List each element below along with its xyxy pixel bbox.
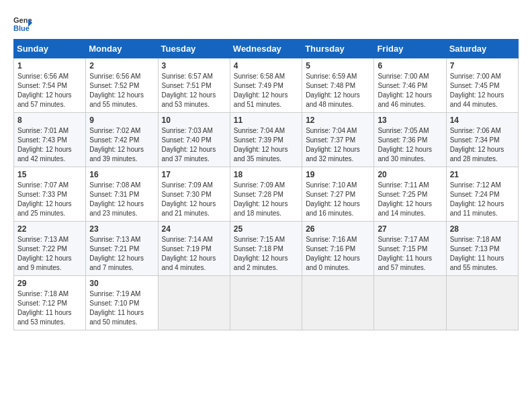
day-number: 1 — [17, 61, 82, 71]
day-number: 18 — [234, 170, 298, 179]
calendar-cell — [158, 276, 230, 330]
day-number: 25 — [234, 224, 298, 234]
day-header-monday: Monday — [86, 40, 158, 58]
calendar-cell: 10Sunrise: 7:03 AM Sunset: 7:40 PM Dayli… — [158, 113, 230, 167]
calendar-cell: 14Sunrise: 7:06 AM Sunset: 7:34 PM Dayli… — [446, 113, 518, 167]
calendar-cell: 8Sunrise: 7:01 AM Sunset: 7:43 PM Daylig… — [14, 113, 86, 167]
day-number: 7 — [450, 61, 515, 71]
cell-content: Sunrise: 7:16 AM Sunset: 7:16 PM Dayligh… — [306, 235, 370, 273]
cell-content: Sunrise: 6:56 AM Sunset: 7:54 PM Dayligh… — [17, 72, 82, 109]
day-header-wednesday: Wednesday — [230, 40, 302, 58]
cell-content: Sunrise: 7:13 AM Sunset: 7:22 PM Dayligh… — [17, 235, 82, 273]
cell-content: Sunrise: 7:00 AM Sunset: 7:46 PM Dayligh… — [378, 72, 442, 109]
calendar-cell: 24Sunrise: 7:14 AM Sunset: 7:19 PM Dayli… — [158, 222, 230, 276]
day-number: 8 — [17, 116, 82, 125]
cell-content: Sunrise: 7:11 AM Sunset: 7:25 PM Dayligh… — [378, 181, 442, 218]
calendar-week-row: 1Sunrise: 6:56 AM Sunset: 7:54 PM Daylig… — [14, 58, 519, 113]
calendar-week-row: 15Sunrise: 7:07 AM Sunset: 7:33 PM Dayli… — [14, 167, 519, 222]
day-number: 2 — [89, 61, 154, 71]
calendar-cell: 30Sunrise: 7:19 AM Sunset: 7:10 PM Dayli… — [86, 276, 158, 330]
calendar-cell: 2Sunrise: 6:56 AM Sunset: 7:52 PM Daylig… — [86, 58, 158, 113]
calendar-cell: 28Sunrise: 7:18 AM Sunset: 7:13 PM Dayli… — [446, 222, 518, 276]
cell-content: Sunrise: 6:56 AM Sunset: 7:52 PM Dayligh… — [89, 72, 154, 109]
cell-content: Sunrise: 7:13 AM Sunset: 7:21 PM Dayligh… — [89, 235, 154, 273]
calendar-cell: 11Sunrise: 7:04 AM Sunset: 7:39 PM Dayli… — [230, 113, 302, 167]
cell-content: Sunrise: 7:00 AM Sunset: 7:45 PM Dayligh… — [450, 72, 515, 109]
cell-content: Sunrise: 7:09 AM Sunset: 7:28 PM Dayligh… — [234, 181, 298, 218]
calendar-week-row: 8Sunrise: 7:01 AM Sunset: 7:43 PM Daylig… — [14, 113, 519, 167]
svg-text:Blue: Blue — [13, 24, 30, 32]
calendar-cell — [446, 276, 518, 330]
day-header-saturday: Saturday — [446, 40, 518, 58]
calendar-cell: 7Sunrise: 7:00 AM Sunset: 7:45 PM Daylig… — [446, 58, 518, 113]
cell-content: Sunrise: 7:18 AM Sunset: 7:12 PM Dayligh… — [17, 289, 82, 327]
cell-content: Sunrise: 7:19 AM Sunset: 7:10 PM Dayligh… — [89, 289, 154, 327]
day-header-thursday: Thursday — [302, 40, 374, 58]
cell-content: Sunrise: 7:05 AM Sunset: 7:36 PM Dayligh… — [378, 126, 442, 164]
calendar-cell: 3Sunrise: 6:57 AM Sunset: 7:51 PM Daylig… — [158, 58, 230, 113]
day-number: 20 — [378, 170, 442, 179]
day-header-friday: Friday — [374, 40, 446, 58]
logo-icon: General Blue — [13, 13, 32, 32]
cell-content: Sunrise: 7:10 AM Sunset: 7:27 PM Dayligh… — [306, 181, 370, 218]
cell-content: Sunrise: 6:58 AM Sunset: 7:49 PM Dayligh… — [234, 72, 298, 109]
day-number: 21 — [450, 170, 515, 179]
day-number: 26 — [306, 224, 370, 234]
cell-content: Sunrise: 7:14 AM Sunset: 7:19 PM Dayligh… — [162, 235, 226, 273]
calendar-cell: 21Sunrise: 7:12 AM Sunset: 7:24 PM Dayli… — [446, 167, 518, 222]
cell-content: Sunrise: 7:04 AM Sunset: 7:37 PM Dayligh… — [306, 126, 370, 164]
calendar-table: SundayMondayTuesdayWednesdayThursdayFrid… — [13, 39, 519, 330]
calendar-cell — [374, 276, 446, 330]
day-header-tuesday: Tuesday — [158, 40, 230, 58]
day-number: 11 — [234, 116, 298, 125]
cell-content: Sunrise: 7:06 AM Sunset: 7:34 PM Dayligh… — [450, 126, 515, 164]
cell-content: Sunrise: 7:01 AM Sunset: 7:43 PM Dayligh… — [17, 126, 82, 164]
calendar-cell: 26Sunrise: 7:16 AM Sunset: 7:16 PM Dayli… — [302, 222, 374, 276]
calendar-cell: 13Sunrise: 7:05 AM Sunset: 7:36 PM Dayli… — [374, 113, 446, 167]
day-number: 6 — [378, 61, 442, 71]
day-number: 16 — [89, 170, 154, 179]
calendar-cell: 4Sunrise: 6:58 AM Sunset: 7:49 PM Daylig… — [230, 58, 302, 113]
cell-content: Sunrise: 7:12 AM Sunset: 7:24 PM Dayligh… — [450, 181, 515, 218]
calendar-cell: 1Sunrise: 6:56 AM Sunset: 7:54 PM Daylig… — [14, 58, 86, 113]
day-number: 10 — [162, 116, 226, 125]
calendar-cell: 9Sunrise: 7:02 AM Sunset: 7:42 PM Daylig… — [86, 113, 158, 167]
calendar-cell: 16Sunrise: 7:08 AM Sunset: 7:31 PM Dayli… — [86, 167, 158, 222]
calendar-cell: 22Sunrise: 7:13 AM Sunset: 7:22 PM Dayli… — [14, 222, 86, 276]
calendar-cell: 19Sunrise: 7:10 AM Sunset: 7:27 PM Dayli… — [302, 167, 374, 222]
day-number: 28 — [450, 224, 515, 234]
day-number: 13 — [378, 116, 442, 125]
day-number: 3 — [162, 61, 226, 71]
calendar-cell: 20Sunrise: 7:11 AM Sunset: 7:25 PM Dayli… — [374, 167, 446, 222]
calendar-cell — [302, 276, 374, 330]
page-header: General Blue — [13, 13, 519, 32]
calendar-cell: 25Sunrise: 7:15 AM Sunset: 7:18 PM Dayli… — [230, 222, 302, 276]
cell-content: Sunrise: 7:09 AM Sunset: 7:30 PM Dayligh… — [162, 181, 226, 218]
cell-content: Sunrise: 7:07 AM Sunset: 7:33 PM Dayligh… — [17, 181, 82, 218]
cell-content: Sunrise: 6:57 AM Sunset: 7:51 PM Dayligh… — [162, 72, 226, 109]
cell-content: Sunrise: 6:59 AM Sunset: 7:48 PM Dayligh… — [306, 72, 370, 109]
day-number: 24 — [162, 224, 226, 234]
calendar-cell: 27Sunrise: 7:17 AM Sunset: 7:15 PM Dayli… — [374, 222, 446, 276]
cell-content: Sunrise: 7:08 AM Sunset: 7:31 PM Dayligh… — [89, 181, 154, 218]
calendar-cell — [230, 276, 302, 330]
day-number: 12 — [306, 116, 370, 125]
calendar-cell: 23Sunrise: 7:13 AM Sunset: 7:21 PM Dayli… — [86, 222, 158, 276]
day-number: 15 — [17, 170, 82, 179]
day-number: 5 — [306, 61, 370, 71]
logo: General Blue — [13, 13, 32, 32]
cell-content: Sunrise: 7:04 AM Sunset: 7:39 PM Dayligh… — [234, 126, 298, 164]
calendar-cell: 15Sunrise: 7:07 AM Sunset: 7:33 PM Dayli… — [14, 167, 86, 222]
calendar-cell: 29Sunrise: 7:18 AM Sunset: 7:12 PM Dayli… — [14, 276, 86, 330]
calendar-week-row: 22Sunrise: 7:13 AM Sunset: 7:22 PM Dayli… — [14, 222, 519, 276]
cell-content: Sunrise: 7:02 AM Sunset: 7:42 PM Dayligh… — [89, 126, 154, 164]
day-number: 30 — [89, 279, 154, 288]
day-number: 29 — [17, 279, 82, 288]
day-number: 14 — [450, 116, 515, 125]
day-number: 23 — [89, 224, 154, 234]
calendar-cell: 6Sunrise: 7:00 AM Sunset: 7:46 PM Daylig… — [374, 58, 446, 113]
calendar-header-row: SundayMondayTuesdayWednesdayThursdayFrid… — [14, 40, 519, 58]
day-number: 4 — [234, 61, 298, 71]
cell-content: Sunrise: 7:03 AM Sunset: 7:40 PM Dayligh… — [162, 126, 226, 164]
calendar-cell: 18Sunrise: 7:09 AM Sunset: 7:28 PM Dayli… — [230, 167, 302, 222]
